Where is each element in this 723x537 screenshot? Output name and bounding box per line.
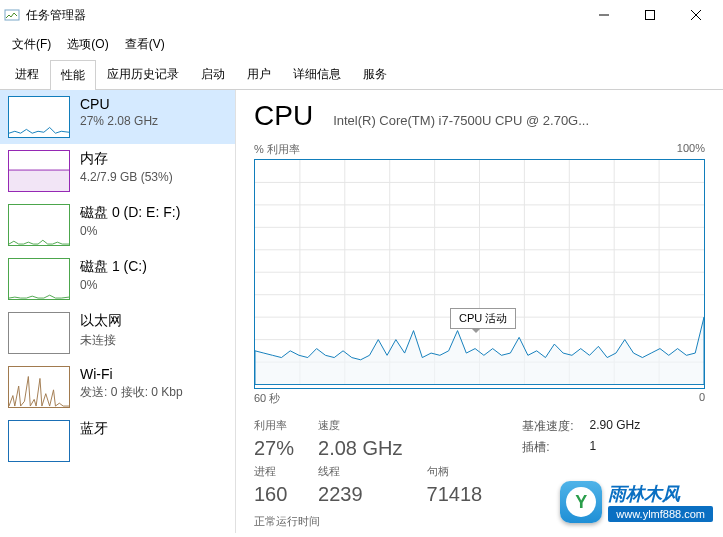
menu-view[interactable]: 查看(V) xyxy=(117,32,173,57)
sidebar-wifi-title: Wi-Fi xyxy=(80,366,227,382)
watermark-url: www.ylmf888.com xyxy=(608,506,713,522)
sidebar-item-memory[interactable]: 内存 4.2/7.9 GB (53%) xyxy=(0,144,235,198)
disk1-thumbnail-icon xyxy=(8,258,70,300)
tab-details[interactable]: 详细信息 xyxy=(282,59,352,89)
threads-value: 2239 xyxy=(318,483,402,506)
base-speed-label: 基准速度: xyxy=(522,418,573,435)
tab-services[interactable]: 服务 xyxy=(352,59,398,89)
sidebar-cpu-sub: 27% 2.08 GHz xyxy=(80,114,227,128)
sidebar-bluetooth-title: 蓝牙 xyxy=(80,420,227,438)
svg-rect-5 xyxy=(9,170,69,191)
tab-app-history[interactable]: 应用历史记录 xyxy=(96,59,190,89)
watermark-brand: 雨林木风 xyxy=(608,482,680,506)
tabs: 进程 性能 应用历史记录 启动 用户 详细信息 服务 xyxy=(0,59,723,90)
tab-users[interactable]: 用户 xyxy=(236,59,282,89)
sidebar-item-wifi[interactable]: Wi-Fi 发送: 0 接收: 0 Kbp xyxy=(0,360,235,414)
chart-bottom-left: 60 秒 xyxy=(254,391,280,406)
speed-label: 速度 xyxy=(318,418,402,433)
handles-value: 71418 xyxy=(427,483,483,506)
threads-label: 线程 xyxy=(318,464,402,479)
handles-label: 句柄 xyxy=(427,464,483,479)
sidebar-disk0-sub: 0% xyxy=(80,224,227,238)
sidebar-memory-title: 内存 xyxy=(80,150,227,168)
tab-processes[interactable]: 进程 xyxy=(4,59,50,89)
sidebar-ethernet-title: 以太网 xyxy=(80,312,227,330)
cpu-thumbnail-icon xyxy=(8,96,70,138)
main-title: CPU xyxy=(254,100,313,132)
titlebar: 任务管理器 xyxy=(0,0,723,30)
disk0-thumbnail-icon xyxy=(8,204,70,246)
speed-value: 2.08 GHz xyxy=(318,437,402,460)
maximize-button[interactable] xyxy=(627,0,673,30)
main-panel: CPU Intel(R) Core(TM) i7-7500U CPU @ 2.7… xyxy=(236,90,723,533)
watermark-badge-icon: Y xyxy=(560,481,602,523)
sidebar-item-bluetooth[interactable]: 蓝牙 xyxy=(0,414,235,468)
content: CPU 27% 2.08 GHz 内存 4.2/7.9 GB (53%) 磁盘 … xyxy=(0,90,723,533)
sockets-value: 1 xyxy=(589,439,640,456)
ethernet-thumbnail-icon xyxy=(8,312,70,354)
menu-file[interactable]: 文件(F) xyxy=(4,32,59,57)
sidebar-item-disk0[interactable]: 磁盘 0 (D: E: F:) 0% xyxy=(0,198,235,252)
window-title: 任务管理器 xyxy=(26,7,581,24)
proc-value: 160 xyxy=(254,483,294,506)
sockets-label: 插槽: xyxy=(522,439,573,456)
minimize-button[interactable] xyxy=(581,0,627,30)
chart-label-right: 100% xyxy=(677,142,705,157)
proc-label: 进程 xyxy=(254,464,294,479)
sidebar-memory-sub: 4.2/7.9 GB (53%) xyxy=(80,170,227,184)
app-icon xyxy=(4,7,20,23)
window-controls xyxy=(581,0,719,30)
chart-label-left: % 利用率 xyxy=(254,142,300,157)
menu-options[interactable]: 选项(O) xyxy=(59,32,116,57)
memory-thumbnail-icon xyxy=(8,150,70,192)
sidebar-disk1-title: 磁盘 1 (C:) xyxy=(80,258,227,276)
sidebar: CPU 27% 2.08 GHz 内存 4.2/7.9 GB (53%) 磁盘 … xyxy=(0,90,236,533)
util-label: 利用率 xyxy=(254,418,294,433)
close-button[interactable] xyxy=(673,0,719,30)
watermark: Y 雨林木风 www.ylmf888.com xyxy=(560,481,713,523)
chart-bottom-right: 0 xyxy=(699,391,705,406)
base-speed-value: 2.90 GHz xyxy=(589,418,640,435)
cpu-chart[interactable]: CPU 活动 xyxy=(254,159,705,389)
sidebar-disk1-sub: 0% xyxy=(80,278,227,292)
util-value: 27% xyxy=(254,437,294,460)
tab-performance[interactable]: 性能 xyxy=(50,60,96,90)
sidebar-cpu-title: CPU xyxy=(80,96,227,112)
sidebar-item-ethernet[interactable]: 以太网 未连接 xyxy=(0,306,235,360)
cpu-model: Intel(R) Core(TM) i7-7500U CPU @ 2.70G..… xyxy=(333,113,705,128)
sidebar-wifi-sub: 发送: 0 接收: 0 Kbp xyxy=(80,384,227,401)
sidebar-ethernet-sub: 未连接 xyxy=(80,332,227,349)
wifi-thumbnail-icon xyxy=(8,366,70,408)
sidebar-item-disk1[interactable]: 磁盘 1 (C:) 0% xyxy=(0,252,235,306)
chart-tooltip: CPU 活动 xyxy=(450,308,516,329)
bluetooth-thumbnail-icon xyxy=(8,420,70,462)
svg-rect-2 xyxy=(646,11,655,20)
sidebar-disk0-title: 磁盘 0 (D: E: F:) xyxy=(80,204,227,222)
sidebar-item-cpu[interactable]: CPU 27% 2.08 GHz xyxy=(0,90,235,144)
menubar: 文件(F) 选项(O) 查看(V) xyxy=(0,30,723,59)
tab-startup[interactable]: 启动 xyxy=(190,59,236,89)
